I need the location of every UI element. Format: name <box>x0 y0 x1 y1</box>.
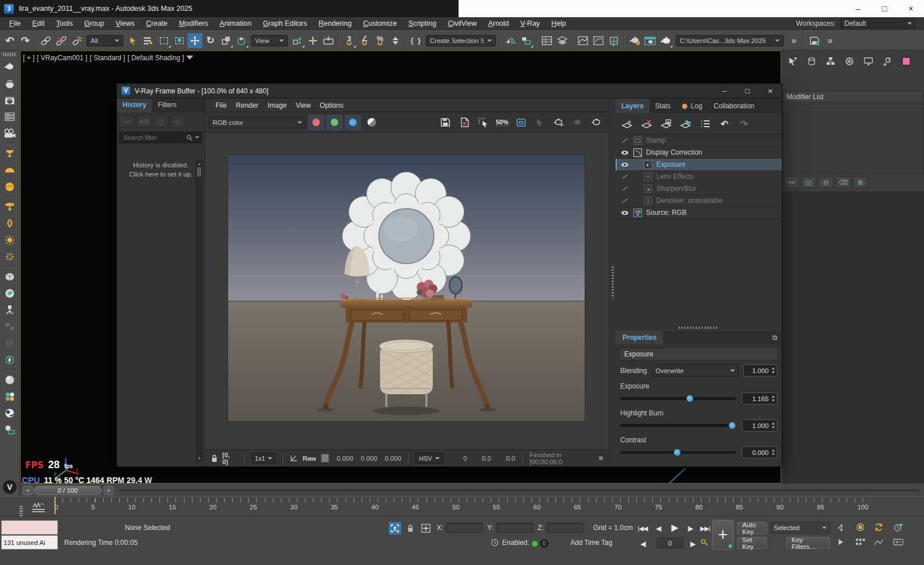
bind-to-space-warp-icon[interactable] <box>69 33 84 48</box>
window-crossing-toggle[interactable] <box>172 33 187 48</box>
select-by-name-button[interactable] <box>141 33 156 48</box>
make-unique-button[interactable]: ⊟ <box>819 176 833 188</box>
collapse-properties-icon[interactable]: ⧉ <box>772 333 777 342</box>
green-channel-toggle[interactable] <box>326 115 343 131</box>
unlink-selection-icon[interactable] <box>54 33 69 48</box>
layer-row[interactable]: Sharpen/Blur <box>616 183 782 195</box>
menu-item[interactable]: CivilView <box>442 18 482 29</box>
tab-stats[interactable]: Stats <box>649 99 676 113</box>
layer-row[interactable]: Lens Effects <box>616 171 782 183</box>
tab-create-icon[interactable] <box>785 54 800 68</box>
loop-animation-icon[interactable] <box>874 523 884 532</box>
rectangular-selection-region-button[interactable] <box>156 33 171 48</box>
alpha-channel-toggle[interactable] <box>363 115 380 131</box>
history-clear-button[interactable]: ◱ <box>171 115 186 128</box>
zoom-level-button[interactable]: 50% <box>494 115 511 131</box>
toolbar-overflow-button-2[interactable]: » <box>823 33 837 48</box>
configure-modifier-sets-button[interactable]: ⊞ <box>853 176 868 188</box>
visibility-toggle-icon[interactable] <box>620 200 629 201</box>
fit-to-window-button[interactable] <box>512 115 530 131</box>
vray-multi-material-icon[interactable] <box>1 388 18 405</box>
angle-snap-toggle[interactable]: ∠ <box>357 33 372 48</box>
red-channel-toggle[interactable] <box>308 115 324 131</box>
object-color-swatch[interactable] <box>902 57 910 65</box>
tab-collaboration[interactable]: Collaboration <box>708 99 760 113</box>
percent-snap-toggle[interactable]: % <box>373 33 387 48</box>
show-log-icon[interactable]: ≡ <box>598 454 603 462</box>
modifier-list-dropdown[interactable]: Modifier List <box>783 91 923 103</box>
menu-item[interactable]: Create <box>140 18 174 29</box>
save-image-button[interactable] <box>437 115 454 131</box>
key-tangent-icon[interactable] <box>855 523 866 532</box>
tab-modify-icon[interactable] <box>804 54 819 68</box>
close-button[interactable]: × <box>898 0 924 17</box>
current-frame-spinner[interactable]: 0 <box>657 537 683 548</box>
menu-item[interactable]: Views <box>110 18 140 29</box>
blending-dropdown[interactable]: Overwrite <box>652 364 739 376</box>
menu-item[interactable]: File <box>3 18 26 29</box>
set-key-button[interactable]: Set Key <box>737 537 767 549</box>
menu-item[interactable]: Customize <box>357 18 402 29</box>
vfb-minimize-button[interactable]: – <box>713 84 736 99</box>
spinner-snap-toggle[interactable] <box>388 33 403 48</box>
toolbar-grip[interactable] <box>3 53 17 56</box>
vray-light-disc-icon[interactable] <box>1 198 18 215</box>
frame-back-button[interactable]: ◀| <box>637 537 649 551</box>
frame-forward-button[interactable]: |▶ <box>687 537 698 551</box>
vfb-menu-item[interactable]: Image <box>263 100 291 111</box>
tab-properties[interactable]: Properties <box>616 331 663 344</box>
render-production-button[interactable] <box>658 33 673 48</box>
select-and-scale-button[interactable] <box>218 33 233 48</box>
next-arrow-icon[interactable] <box>837 538 845 546</box>
vray-render-teapot-icon[interactable] <box>1 58 18 75</box>
previous-frame-button[interactable]: < <box>23 486 33 495</box>
selection-lock-toggle[interactable] <box>404 522 417 535</box>
select-and-place-button[interactable] <box>234 33 249 48</box>
x-coord-field[interactable] <box>446 523 483 533</box>
vfb-menu-item[interactable]: Options <box>315 100 348 111</box>
layer-row[interactable]: Display Correction <box>616 147 782 159</box>
maxscript-mini-listener[interactable] <box>1 520 58 535</box>
vfb-menu-item[interactable]: Render <box>231 100 263 111</box>
go-to-end-button[interactable]: ▶▶| <box>698 521 712 535</box>
set-keys-button[interactable]: + <box>712 520 734 550</box>
key-mode-toggle-icon[interactable] <box>700 539 708 547</box>
curve-editor-button[interactable] <box>575 33 590 48</box>
vfb-panel-splitter[interactable] <box>609 99 616 466</box>
tab-display-icon[interactable] <box>861 54 876 68</box>
highlight-burn-value-field[interactable]: 1.000 <box>742 419 777 431</box>
material-editor-button[interactable] <box>606 33 621 48</box>
menu-item[interactable]: Scripting <box>403 18 443 29</box>
edit-named-selection-sets-button[interactable]: { } <box>409 33 424 48</box>
menu-item[interactable]: Modifiers <box>173 18 214 29</box>
region-render-button[interactable] <box>588 115 605 131</box>
play-button[interactable]: ▶ <box>667 520 683 534</box>
mini-key-icon[interactable] <box>837 523 846 532</box>
time-slider-track[interactable] <box>118 489 919 492</box>
toggle-scene-explorer-button[interactable] <box>539 33 554 48</box>
add-layer-button[interactable] <box>619 117 635 131</box>
vray-sun-rays-icon[interactable] <box>1 248 18 265</box>
vfb-close-button[interactable]: × <box>759 84 782 99</box>
viewport-label-segment[interactable]: [ + ] <box>23 54 34 62</box>
properties-splitter[interactable] <box>616 325 782 331</box>
visibility-toggle-icon[interactable] <box>620 176 629 177</box>
vfb-title-bar[interactable]: V V-Ray Frame Buffer - [100.0% of 640 x … <box>117 84 782 99</box>
menu-item[interactable]: V-Ray <box>515 18 546 29</box>
asset-browser-icon[interactable] <box>1 92 18 108</box>
previous-key-button[interactable]: ◀| <box>651 521 666 535</box>
tab-utilities-icon[interactable] <box>880 54 895 68</box>
history-compare-ab-button[interactable]: A|B <box>136 115 151 128</box>
layers-undo-button[interactable]: ↶ <box>717 117 733 131</box>
vray-material-sphere-icon[interactable] <box>1 371 18 388</box>
render-setup-button[interactable] <box>627 33 642 48</box>
key-filters-button[interactable]: Key Filters... <box>786 537 830 549</box>
visibility-toggle-icon[interactable] <box>620 151 629 155</box>
vray-light-dome-icon[interactable] <box>1 162 18 178</box>
toolbar-overflow-button[interactable]: » <box>786 33 801 48</box>
select-and-manipulate-button[interactable] <box>306 33 320 48</box>
select-and-rotate-button[interactable]: ↻ <box>203 33 218 48</box>
maximize-button[interactable]: □ <box>871 0 898 17</box>
vfb-canvas[interactable] <box>205 133 609 449</box>
history-save-button[interactable]: ▭ <box>119 115 134 128</box>
